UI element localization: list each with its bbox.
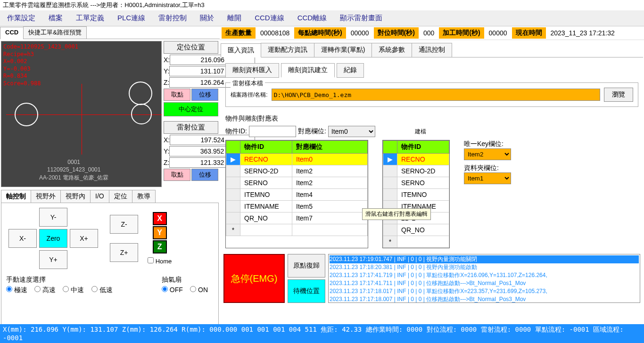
speed-radio-fastest[interactable]: 極速	[6, 286, 27, 294]
y-axis-badge[interactable]: Y	[153, 226, 167, 239]
speed-radio-fast[interactable]: 高速	[34, 286, 56, 294]
menu-item[interactable]: 作業設定	[1, 11, 41, 25]
jog-x-minus-button[interactable]: X-	[8, 229, 37, 248]
table-row[interactable]: QR_NOItem7	[226, 212, 368, 224]
tab-ccd[interactable]: CCD	[0, 27, 24, 39]
archive-table[interactable]: 物件ID ▶RECNO SERNO-2D SERNO ITEMNO ITEMNA…	[382, 140, 450, 248]
center-align-button[interactable]: 中心定位	[164, 102, 218, 116]
objid-label: 物件ID:	[225, 127, 247, 136]
menu-item[interactable]: PLC連線	[111, 11, 151, 25]
speed-radio-med[interactable]: 中速	[63, 286, 84, 294]
totaltime-label: 每點總時間(秒)	[294, 27, 346, 39]
proctime-label: 加工時間(秒)	[439, 27, 484, 39]
align-cancel-button[interactable]: 取點	[164, 89, 190, 101]
jog-zero-button[interactable]: Zero	[39, 229, 67, 248]
table-row[interactable]: QR_NO	[383, 224, 449, 236]
table-row[interactable]: *	[383, 236, 449, 248]
x-axis-badge[interactable]: X	[153, 212, 167, 225]
tab-teach[interactable]: 教導	[132, 190, 156, 203]
menu-item[interactable]: 工單定義	[70, 11, 110, 25]
tab-io[interactable]: I/O	[90, 190, 109, 203]
field-select[interactable]: Item0	[328, 126, 375, 137]
tab-view-out[interactable]: 視野外	[31, 190, 61, 203]
tooltip: 滑鼠右鍵進行對應表編輯	[362, 208, 431, 220]
rtab2-log[interactable]: 紀錄	[337, 63, 364, 78]
log-line: 2023.11.23 17:17:41.711 | INF | 0 | 0 | …	[330, 279, 639, 287]
jog-y-minus-button[interactable]: Y-	[39, 208, 67, 227]
jog-y-plus-button[interactable]: Y+	[39, 250, 67, 269]
mapping-table[interactable]: 物件ID對應欄位 ▶RECNOItem0 SERNO-2DItem2 SERNO…	[225, 140, 368, 248]
status-bar: X(mm): 216.096 Y(mm): 131.107 Z(mm): 126…	[0, 324, 644, 343]
rtab-run[interactable]: 運轉作業(單點)	[314, 43, 372, 57]
menu-item[interactable]: 顯示雷射畫面	[334, 11, 388, 25]
cam-text: 0001	[39, 158, 108, 166]
nowtime-value: 2023_11_23 17:21:32	[549, 28, 617, 38]
field-label: 對應欄位:	[298, 127, 326, 136]
tab-view-in[interactable]: 視野內	[60, 190, 91, 203]
menu-item[interactable]: 雷射控制	[152, 11, 193, 25]
rtab-import[interactable]: 匯入資訊	[221, 43, 261, 57]
table-row[interactable]: SERNO	[383, 177, 449, 189]
camera-view: Code=1120925_1423_0001 Recipe=h3 X=0.002…	[1, 41, 162, 187]
laser-move-button[interactable]: 位移	[191, 169, 218, 181]
home-checkbox[interactable]	[148, 257, 154, 263]
fiducial-circle	[131, 104, 152, 124]
fan-off-radio[interactable]: OFF	[162, 286, 183, 294]
rtab2-build[interactable]: 雕刻資訊建立	[281, 63, 335, 78]
table-row[interactable]: ▶RECNO	[383, 154, 449, 165]
menu-item[interactable]: 離開	[221, 11, 248, 25]
table-row[interactable]: ITEMNO	[383, 189, 449, 201]
window-title: 工業零件雲端履歷追溯標示系統 --->使用者：H0001,Administrat…	[0, 0, 644, 10]
menu-item[interactable]: CCD連線	[248, 11, 290, 25]
log-line: 2023.11.23 17:18:20.381 | INF | 0 | 0 | …	[330, 263, 639, 271]
aligntime-value: 000	[421, 28, 436, 38]
table-row[interactable]: ▶RECNOItem0	[226, 154, 368, 165]
home-text: Home	[156, 258, 172, 265]
nowtime-label: 現在時間	[512, 27, 546, 39]
table-row[interactable]: SERNO-2D	[383, 165, 449, 177]
tab-quick[interactable]: 快捷工單&路徑預覽	[23, 26, 87, 39]
log-console[interactable]: 2023.11.23 17:19:01.747 | INF | 0 | 0 | …	[328, 254, 640, 303]
rtab-comm[interactable]: 通訊控制	[412, 43, 452, 57]
standby-button[interactable]: 待機位置	[288, 279, 325, 303]
table-row[interactable]: SERNOItem2	[226, 177, 368, 189]
align-move-button[interactable]: 位移	[191, 89, 218, 101]
log-line: 2023.11.23 17:17:41.719 | INF | 0 | 0 | …	[330, 271, 639, 279]
emergency-stop-button[interactable]: 急停(EMG)	[223, 254, 285, 303]
file-path-input[interactable]	[272, 89, 600, 101]
rtab-sys[interactable]: 系統參數	[372, 43, 412, 57]
menu-item[interactable]: 關於	[194, 11, 220, 25]
objid-input[interactable]	[249, 126, 296, 137]
table-row[interactable]: SERNO-2DItem2	[226, 165, 368, 177]
menu-bar: 作業設定 檔案 工單定義 PLC連線 雷射控制 關於 離開 CCD連線 CCD離…	[0, 10, 644, 26]
x-label: X:	[164, 136, 170, 144]
tab-align[interactable]: 定位	[109, 190, 132, 203]
aligntime-label: 對位時間(秒)	[374, 27, 419, 39]
table-row[interactable]: *	[226, 224, 368, 236]
z-label: Z:	[164, 79, 169, 86]
rtab-motion[interactable]: 運動配方資訊	[261, 43, 314, 57]
rtab2-import[interactable]: 雕刻資料匯入	[225, 63, 279, 78]
key-select[interactable]: Item2	[464, 148, 511, 160]
camera-bottom-text: 0001 1120925_1423_0001 AA-2001 電路板_佑豪_佑霖	[39, 158, 108, 182]
menu-item[interactable]: 檔案	[42, 11, 69, 25]
menu-item[interactable]: CCD離線	[291, 11, 333, 25]
home-return-button[interactable]: 原點復歸	[288, 254, 325, 278]
jog-x-plus-button[interactable]: X+	[70, 229, 98, 248]
folder-select[interactable]: Item1	[464, 172, 511, 184]
z-axis-badge[interactable]: Z	[153, 240, 167, 253]
browse-button[interactable]: 瀏覽	[604, 88, 633, 102]
tab-axis[interactable]: 軸控制	[1, 190, 31, 203]
log-line: 2023.11.23 17:17:18.007 | INF | 0 | 0 | …	[330, 295, 639, 303]
laser-cancel-button[interactable]: 取點	[164, 169, 190, 181]
table-row[interactable]: ITEMNAMEItem5	[226, 201, 368, 212]
fan-on-radio[interactable]: ON	[190, 286, 208, 294]
jog-z-minus-button[interactable]: Z-	[110, 215, 138, 234]
home-checkbox-label[interactable]: Home	[148, 257, 172, 265]
log-line: 2023.11.23 17:19:01.747 | INF | 0 | 0 | …	[330, 255, 639, 263]
cam-text: AA-2001 電路板_佑豪_佑霖	[39, 174, 108, 182]
jog-z-plus-button[interactable]: Z+	[110, 243, 138, 262]
cam-text: 1120925_1423_0001	[39, 166, 108, 174]
table-row[interactable]: ITEMNOItem4	[226, 189, 368, 201]
speed-radio-slow[interactable]: 低速	[91, 286, 113, 294]
